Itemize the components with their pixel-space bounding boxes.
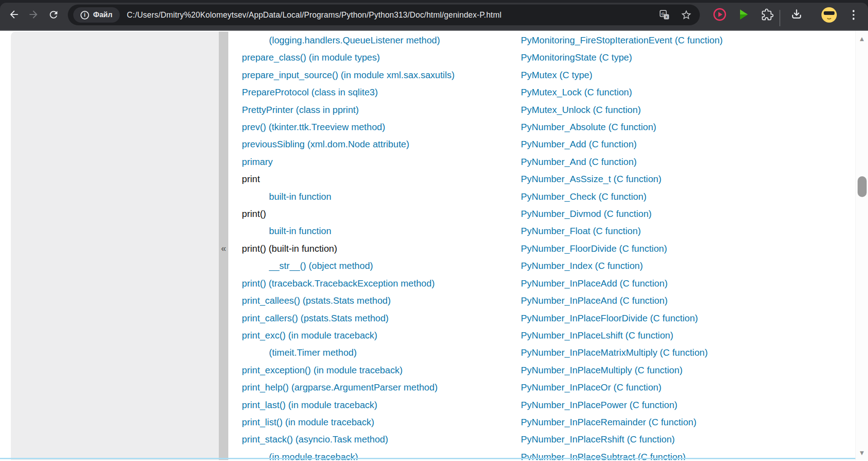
avatar-sunglasses	[824, 11, 835, 15]
index-link[interactable]: PrettyPrinter (class in pprint)	[242, 101, 455, 118]
red-play-circle-icon	[712, 7, 727, 22]
index-left-column: (logging.handlers.QueueListener method)p…	[242, 32, 455, 460]
extension-green-play-button[interactable]	[734, 5, 752, 24]
index-term: print()	[242, 205, 455, 222]
index-link[interactable]: PyNumber_InPlaceMultiply (C function)	[521, 362, 723, 379]
index-link[interactable]: PrepareProtocol (class in sqlite3)	[242, 84, 455, 101]
site-info-label: Файл	[93, 11, 113, 19]
scrollbar-thumb[interactable]	[858, 176, 867, 197]
index-link[interactable]: print_exc() (in module traceback)	[242, 327, 455, 344]
profile-avatar[interactable]	[821, 7, 837, 23]
index-link[interactable]: print_callees() (pstats.Stats method)	[242, 292, 455, 309]
url-text[interactable]: C:/Users/Dmitry%20Kolomeytsev/AppData/Lo…	[127, 10, 700, 20]
index-link[interactable]: prev() (tkinter.ttk.Treeview method)	[242, 118, 455, 136]
index-link[interactable]: PyNumber_InPlacePower (C function)	[521, 396, 723, 414]
extensions-puzzle-button[interactable]	[758, 5, 776, 24]
doc-page: « (logging.handlers.QueueListener method…	[0, 31, 868, 460]
index-link[interactable]: (logging.handlers.QueueListener method)	[242, 32, 455, 49]
index-link[interactable]: prepare_class() (in module types)	[242, 49, 455, 66]
index-link[interactable]: built-in function	[242, 222, 455, 240]
index-link[interactable]: PyMonitoringState (C type)	[521, 49, 723, 66]
index-link[interactable]: PyNumber_InPlaceRemainder (C function)	[521, 414, 723, 431]
browser-menu-button[interactable]	[848, 7, 859, 23]
scroll-down-arrow[interactable]: ▼	[856, 449, 868, 456]
index-link[interactable]: PyNumber_InPlaceRshift (C function)	[521, 431, 723, 448]
avatar-smile	[826, 15, 832, 19]
index-link[interactable]: PyNumber_InPlaceMatrixMultiply (C functi…	[521, 344, 723, 361]
svg-text:x: x	[665, 14, 668, 19]
index-link[interactable]: PyMutex_Unlock (C function)	[521, 101, 723, 118]
index-link[interactable]: print_last() (in module traceback)	[242, 396, 455, 414]
index-link[interactable]: PyNumber_InPlaceFloorDivide (C function)	[521, 310, 723, 327]
forward-arrow-icon	[28, 9, 39, 20]
back-arrow-icon	[8, 9, 20, 20]
translate-icon: G x	[659, 9, 670, 20]
address-bar[interactable]: i Файл C:/Users/Dmitry%20Kolomeytsev/App…	[68, 5, 700, 25]
toolbar-divider	[779, 10, 780, 26]
index-link[interactable]: PyNumber_InPlaceLshift (C function)	[521, 327, 723, 344]
index-link[interactable]: print_exception() (in module traceback)	[242, 362, 455, 379]
index-link[interactable]: PyNumber_Index (C function)	[521, 257, 723, 274]
index-link[interactable]: PyNumber_FloorDivide (C function)	[521, 240, 723, 257]
index-link[interactable]: (timeit.Timer method)	[242, 344, 455, 361]
index-link[interactable]: PyNumber_InPlaceOr (C function)	[521, 379, 723, 396]
index-link[interactable]: PyNumber_InPlaceAdd (C function)	[521, 275, 723, 292]
index-link[interactable]: PyNumber_InPlaceAnd (C function)	[521, 292, 723, 309]
star-icon	[680, 9, 692, 21]
index-link[interactable]: PyNumber_Add (C function)	[521, 136, 723, 153]
index-link[interactable]: previousSibling (xml.dom.Node attribute)	[242, 136, 455, 153]
index-link[interactable]: PyNumber_Float (C function)	[521, 222, 723, 240]
download-icon	[790, 8, 803, 21]
index-link[interactable]: PyNumber_AsSsize_t (C function)	[521, 170, 723, 188]
browser-toolbar: i Файл C:/Users/Dmitry%20Kolomeytsev/App…	[0, 0, 868, 31]
collapse-chevrons-icon: «	[219, 243, 228, 254]
site-info-chip[interactable]: i Файл	[73, 7, 120, 23]
bookmark-star-button[interactable]	[677, 6, 695, 24]
reload-button[interactable]	[44, 5, 62, 24]
index-link[interactable]: PyMutex_Lock (C function)	[521, 84, 723, 101]
index-link[interactable]: print_stack() (asyncio.Task method)	[242, 431, 455, 448]
toolbar-surface: i Файл C:/Users/Dmitry%20Kolomeytsev/App…	[0, 3, 868, 30]
index-link[interactable]: PyNumber_Absolute (C function)	[521, 118, 723, 136]
reload-icon	[48, 9, 59, 20]
index-link[interactable]: built-in function	[242, 188, 455, 205]
index-link[interactable]: print_callers() (pstats.Stats method)	[242, 310, 455, 327]
sidebar-collapse-handle[interactable]: «	[219, 32, 228, 460]
puzzle-piece-icon	[761, 9, 774, 21]
scroll-up-arrow[interactable]: ▲	[856, 35, 868, 42]
kebab-dot	[853, 14, 855, 16]
index-link[interactable]: PyNumber_And (C function)	[521, 153, 723, 170]
index-link[interactable]: print() (traceback.TracebackException me…	[242, 275, 455, 292]
index-link[interactable]: primary	[242, 153, 455, 170]
translate-button[interactable]: G x	[656, 6, 674, 24]
index-link[interactable]: print_help() (argparse.ArgumentParser me…	[242, 379, 455, 396]
index-link[interactable]: PyNumber_Divmod (C function)	[521, 205, 723, 222]
index-term: print() (built-in function)	[242, 240, 455, 257]
index-link[interactable]: PyNumber_Check (C function)	[521, 188, 723, 205]
page-scrollbar[interactable]: ▲ ▼	[855, 31, 868, 460]
index-term: print	[242, 170, 455, 188]
index-link[interactable]: PyMonitoring_FireStopIterationEvent (C f…	[521, 32, 723, 49]
kebab-dot	[853, 10, 855, 12]
index-link[interactable]: prepare_input_source() (in module xml.sa…	[242, 66, 455, 84]
index-link[interactable]: print_list() (in module traceback)	[242, 414, 455, 431]
sidebar-panel	[11, 32, 219, 460]
index-right-column: PyMonitoring_FireStopIterationEvent (C f…	[521, 32, 723, 460]
downloads-button[interactable]	[788, 5, 806, 24]
back-button[interactable]	[5, 5, 23, 24]
bottom-accent-line	[0, 458, 868, 459]
forward-button[interactable]	[24, 5, 42, 24]
extension-red-play-button[interactable]	[711, 5, 729, 24]
info-icon: i	[80, 11, 89, 19]
kebab-dot	[853, 18, 855, 20]
green-play-triangle-icon	[736, 8, 750, 21]
index-link[interactable]: PyMutex (C type)	[521, 66, 723, 84]
index-link[interactable]: __str__() (object method)	[242, 257, 455, 274]
